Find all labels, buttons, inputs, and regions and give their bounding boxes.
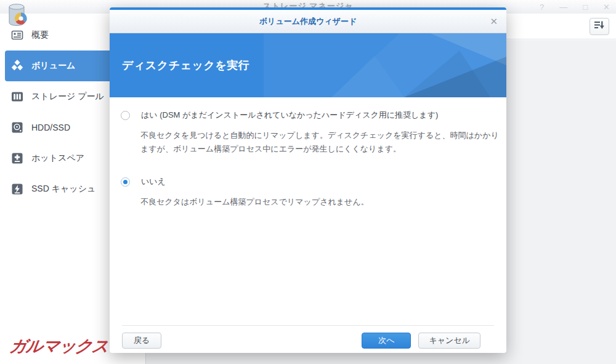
dialog-header[interactable]: ボリューム作成ウィザード ✕	[110, 10, 506, 33]
radio-option-label: はい (DSM がまだインストールされていなかったハードディスク用に推奨します)	[141, 110, 438, 121]
sidebar-item-label: SSD キャッシュ	[31, 184, 95, 195]
cancel-button[interactable]: キャンセル	[418, 333, 480, 349]
volume-wizard-dialog: ボリューム作成ウィザード ✕ ディスクチェックを実行 はい (DSM がまだイン…	[110, 7, 506, 353]
sidebar-item-label: ストレージ プール	[31, 91, 104, 102]
window-controls: ? — □ ✕	[540, 0, 610, 14]
volume-cubes-icon	[11, 60, 23, 72]
close-dialog-icon[interactable]: ✕	[490, 10, 498, 33]
pie-chart-glyph	[15, 12, 27, 24]
storage-manager-app-icon	[6, 2, 30, 30]
radio-checked-icon[interactable]	[121, 177, 130, 187]
radio-option-no[interactable]: いいえ	[121, 176, 492, 187]
garumax-watermark-logo: ガルマックス	[8, 335, 110, 357]
radio-unchecked-icon[interactable]	[121, 111, 130, 120]
storage-pool-icon	[11, 91, 23, 103]
overview-icon	[11, 29, 23, 41]
footer-button-group: 次へ キャンセル	[362, 333, 480, 353]
radio-option-label: いいえ	[141, 176, 166, 187]
help-icon[interactable]: ?	[540, 2, 544, 12]
option-skip-disk-check: いいえ 不良セクタはボリューム構築プロセスでリマップされません。	[121, 176, 492, 209]
back-button[interactable]: 戻る	[122, 333, 161, 349]
minimize-icon[interactable]: —	[559, 2, 567, 12]
maximize-icon[interactable]: □	[583, 2, 588, 12]
ssd-cache-lightning-icon	[11, 183, 23, 195]
option-description: 不良セクタを見つけると自動的にリマップします。ディスクチェックを実行すると、時間…	[140, 129, 504, 156]
banner-step-title: ディスクチェックを実行	[122, 33, 249, 97]
dialog-footer: 戻る 次へ キャンセル	[122, 325, 494, 353]
sort-descending-icon	[594, 20, 605, 33]
dialog-title: ボリューム作成ウィザード	[259, 16, 357, 27]
sidebar-item-label: 概要	[31, 30, 49, 41]
dialog-body: はい (DSM がまだインストールされていなかったハードディスク用に推奨します)…	[110, 97, 506, 209]
hot-spare-plus-icon	[11, 152, 23, 164]
sidebar-item-label: HDD/SSD	[31, 123, 70, 132]
sidebar-item-label: ホットスペア	[31, 153, 84, 164]
next-button[interactable]: 次へ	[362, 333, 411, 349]
option-description: 不良セクタはボリューム構築プロセスでリマップされません。	[140, 195, 504, 209]
close-window-icon[interactable]: ✕	[603, 2, 610, 12]
storage-manager-window: ストレージ マネージャ ? — □ ✕	[0, 0, 616, 364]
dialog-banner: ディスクチェックを実行	[110, 33, 506, 97]
option-run-disk-check: はい (DSM がまだインストールされていなかったハードディスク用に推奨します)…	[121, 110, 492, 156]
sort-button[interactable]	[590, 18, 609, 35]
hdd-disk-icon	[11, 121, 23, 134]
sidebar-item-label: ボリューム	[31, 60, 75, 71]
radio-option-yes[interactable]: はい (DSM がまだインストールされていなかったハードディスク用に推奨します)	[121, 110, 492, 121]
